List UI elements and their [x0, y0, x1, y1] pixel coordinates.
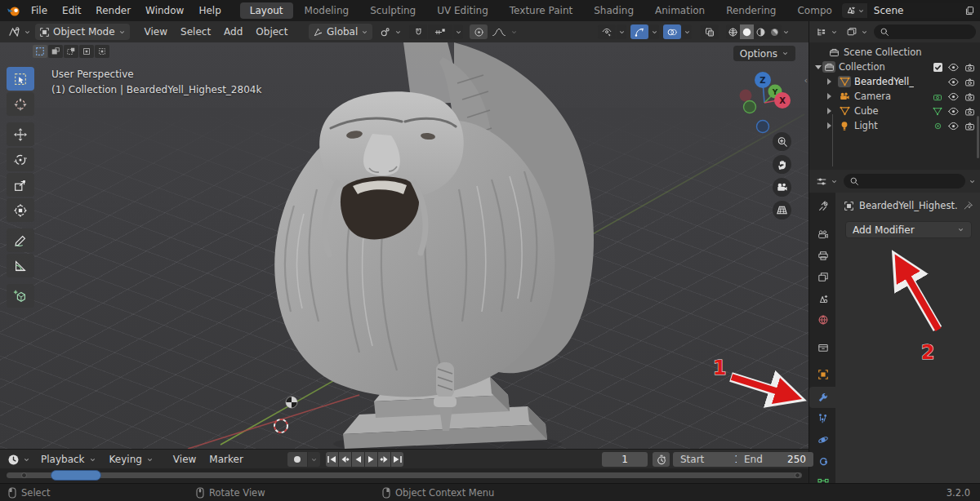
statue-beardedyell[interactable]	[274, 42, 594, 449]
jump-to-start-button[interactable]	[326, 452, 338, 467]
tab-collection[interactable]	[811, 336, 835, 357]
xray-toggle[interactable]	[701, 24, 719, 39]
object-origin-gizmo[interactable]	[286, 397, 297, 408]
shading-rendered-button[interactable]	[768, 24, 782, 39]
toggle-perspective-button[interactable]	[773, 201, 791, 219]
scrollbar-right-knob[interactable]	[795, 472, 800, 478]
pivot-point-dropdown[interactable]	[376, 24, 406, 40]
disable-render-icon[interactable]	[964, 122, 975, 131]
tab-uv-editing[interactable]: UV Editing	[427, 2, 498, 19]
outliner-row-light[interactable]: Light	[809, 118, 980, 133]
properties-filter-dropdown-icon[interactable]	[969, 178, 976, 185]
tool-scale[interactable]	[7, 173, 34, 197]
disable-render-icon[interactable]	[964, 107, 975, 116]
outliner-scrollbar[interactable]	[977, 116, 979, 158]
camera-view-button[interactable]	[773, 178, 791, 197]
tool-measure[interactable]	[7, 254, 34, 277]
falloff-curve-button[interactable]	[488, 24, 510, 39]
hide-eye-icon[interactable]	[948, 63, 959, 72]
tab-physics[interactable]	[811, 429, 835, 450]
show-overlays-toggle[interactable]	[663, 24, 681, 39]
timeline-scrub-strip[interactable]	[0, 468, 808, 483]
scene-browse-button[interactable]	[842, 3, 867, 18]
hide-eye-icon[interactable]	[948, 122, 959, 131]
tool-move[interactable]	[7, 122, 34, 146]
region-collapse-icon[interactable]: ‹	[804, 75, 808, 86]
tab-animation[interactable]: Animation	[645, 2, 715, 19]
outliner-row-beardedyell[interactable]: BeardedYell_	[809, 74, 980, 89]
menu-select[interactable]: Select	[174, 26, 217, 38]
menu-edit[interactable]: Edit	[55, 0, 88, 21]
select-mode-invert[interactable]	[79, 45, 94, 58]
current-frame-field[interactable]: 1	[602, 452, 648, 467]
menu-object[interactable]: Object	[249, 26, 294, 38]
show-object-types-dropdown[interactable]	[617, 24, 626, 39]
tab-sculpting[interactable]: Sculpting	[360, 2, 425, 19]
navigation-axis-gizmo[interactable]: Z Y X	[735, 70, 797, 137]
previous-keyframe-button[interactable]	[339, 452, 351, 467]
auto-keying-record-button[interactable]	[287, 452, 307, 467]
tab-constraints[interactable]	[811, 450, 835, 472]
tool-rotate[interactable]	[7, 148, 34, 171]
snap-target-button[interactable]	[428, 24, 452, 39]
menu-view[interactable]: View	[138, 26, 174, 38]
outliner-row-cube[interactable]: Cube	[809, 104, 980, 118]
tool-transform[interactable]	[7, 198, 34, 222]
add-modifier-dropdown[interactable]: Add Modifier	[845, 221, 972, 238]
options-button[interactable]: Options	[733, 46, 795, 61]
hide-eye-icon[interactable]	[948, 78, 959, 86]
menu-timeline-view[interactable]: View	[167, 454, 202, 465]
disable-render-icon[interactable]	[964, 78, 975, 86]
tool-select-box[interactable]	[7, 67, 34, 91]
show-gizmo-toggle[interactable]	[630, 24, 648, 39]
tab-tool[interactable]	[811, 196, 835, 217]
tab-particles[interactable]	[811, 408, 835, 429]
outliner-row-scene-collection[interactable]: Scene Collection	[809, 45, 980, 60]
jump-to-end-button[interactable]	[391, 452, 403, 467]
scrollbar-left-knob[interactable]	[21, 472, 27, 478]
scene-name-field[interactable]: Scene ✕	[869, 3, 980, 18]
properties-editor-type-button[interactable]	[813, 173, 840, 189]
outliner-filter-button[interactable]	[844, 24, 871, 40]
tool-add-cube[interactable]	[7, 284, 34, 308]
hide-eye-icon[interactable]	[948, 92, 959, 101]
play-reverse-button[interactable]	[352, 452, 364, 467]
shading-dropdown-icon[interactable]	[782, 29, 790, 36]
tab-render[interactable]	[811, 224, 835, 245]
snap-toggle[interactable]	[409, 24, 427, 39]
timeline-editor-type-button[interactable]	[4, 451, 33, 468]
frame-end-field[interactable]: End 250	[737, 452, 813, 467]
shading-material-button[interactable]	[754, 24, 768, 39]
expand-caret-icon[interactable]	[825, 78, 833, 86]
timeline-scrollbar[interactable]	[7, 472, 802, 478]
use-preview-range-button[interactable]	[653, 452, 670, 467]
properties-search-input[interactable]	[844, 174, 965, 188]
expand-caret-icon[interactable]	[825, 92, 833, 100]
tab-world[interactable]	[811, 309, 835, 330]
timeline-view-handle[interactable]	[51, 470, 101, 481]
tab-layout[interactable]: Layout	[240, 2, 293, 19]
select-mode-extend[interactable]	[48, 45, 63, 58]
new-scene-icon[interactable]	[964, 6, 975, 16]
pin-icon[interactable]	[963, 201, 973, 211]
tab-modeling[interactable]: Modeling	[295, 2, 359, 19]
select-mode-new[interactable]	[33, 45, 47, 58]
pan-hand-button[interactable]	[773, 155, 791, 174]
tab-texture-paint[interactable]: Texture Paint	[500, 2, 582, 19]
mode-dropdown[interactable]: Object Mode	[35, 24, 130, 40]
tab-view-layer[interactable]	[811, 266, 835, 287]
menu-add[interactable]: Add	[217, 26, 249, 38]
gizmo-dropdown[interactable]	[649, 24, 659, 39]
tab-scene[interactable]	[811, 288, 835, 309]
menu-render[interactable]: Render	[88, 0, 138, 21]
tab-modifiers[interactable]	[809, 387, 835, 408]
disable-render-icon[interactable]	[964, 63, 975, 72]
show-object-types-toggle[interactable]	[598, 24, 616, 39]
3d-cursor[interactable]	[270, 415, 292, 437]
menu-playback[interactable]: Playback	[35, 454, 102, 465]
keying-set-dropdown[interactable]	[308, 452, 320, 467]
select-mode-subtract[interactable]	[64, 45, 78, 58]
editor-type-button[interactable]	[4, 24, 35, 40]
overlays-dropdown[interactable]	[682, 24, 692, 39]
menu-keying[interactable]: Keying	[104, 454, 159, 465]
